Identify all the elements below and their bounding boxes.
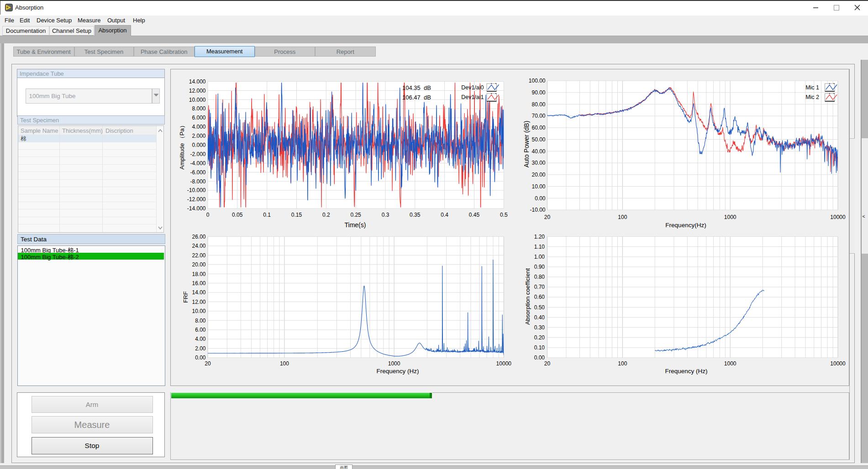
- svg-text:100: 100: [280, 360, 289, 367]
- svg-text:16.00: 16.00: [192, 280, 205, 287]
- svg-text:104.35 dB: 104.35 dB: [402, 84, 431, 91]
- svg-text:0.5: 0.5: [500, 212, 508, 218]
- svg-text:24.00: 24.00: [192, 243, 205, 249]
- svg-text:4.000: 4.000: [192, 124, 205, 130]
- svg-text:12.000: 12.000: [189, 88, 206, 94]
- svg-text:0.10: 0.10: [534, 344, 545, 351]
- svg-text:26.00: 26.00: [192, 234, 205, 240]
- svg-text:Auto Power (dB): Auto Power (dB): [523, 121, 530, 168]
- svg-text:0.70: 0.70: [534, 284, 545, 290]
- svg-text:0.3: 0.3: [382, 212, 389, 218]
- svg-text:90.00: 90.00: [531, 89, 545, 96]
- svg-text:10.000: 10.000: [189, 97, 206, 103]
- svg-text:10000: 10000: [830, 360, 846, 367]
- svg-text:Mic 1: Mic 1: [805, 84, 819, 91]
- svg-text:-10.00: -10.00: [530, 207, 545, 213]
- svg-text:6.00: 6.00: [195, 327, 206, 333]
- svg-text:0.40: 0.40: [534, 314, 545, 321]
- svg-text:Frequency (Hz): Frequency (Hz): [376, 368, 419, 375]
- svg-text:-8.000: -8.000: [190, 178, 205, 185]
- svg-text:-14.000: -14.000: [187, 205, 206, 212]
- svg-text:2.00: 2.00: [195, 345, 206, 352]
- svg-text:1.00: 1.00: [534, 254, 545, 260]
- svg-text:100: 100: [618, 360, 627, 367]
- svg-text:0.000: 0.000: [192, 142, 205, 148]
- svg-text:0.25: 0.25: [350, 212, 361, 218]
- svg-text:0.00: 0.00: [195, 354, 206, 361]
- svg-text:60.00: 60.00: [531, 125, 545, 131]
- svg-text:0.45: 0.45: [469, 212, 480, 218]
- svg-text:0.35: 0.35: [410, 212, 421, 218]
- svg-text:Frequency (Hz): Frequency (Hz): [665, 368, 707, 375]
- svg-text:20: 20: [544, 360, 551, 367]
- svg-text:20: 20: [544, 214, 551, 220]
- svg-text:0: 0: [206, 212, 210, 218]
- svg-text:Amplitude （Pa）: Amplitude （Pa）: [179, 122, 185, 169]
- svg-text:1.20: 1.20: [534, 234, 545, 240]
- svg-text:10000: 10000: [830, 214, 846, 220]
- svg-text:0.20: 0.20: [534, 334, 545, 341]
- svg-text:0.50: 0.50: [534, 304, 545, 311]
- svg-text:0.1: 0.1: [263, 212, 271, 218]
- svg-text:10.00: 10.00: [531, 183, 545, 190]
- svg-text:-12.000: -12.000: [187, 196, 206, 203]
- svg-text:1000: 1000: [724, 360, 736, 367]
- svg-text:-4.000: -4.000: [190, 160, 205, 167]
- svg-text:0.00: 0.00: [535, 195, 546, 202]
- svg-text:1.10: 1.10: [534, 244, 545, 250]
- svg-text:0.4: 0.4: [441, 212, 448, 218]
- svg-text:20.00: 20.00: [192, 261, 205, 268]
- svg-text:10.00: 10.00: [192, 308, 205, 314]
- svg-text:0.90: 0.90: [534, 264, 545, 270]
- svg-text:-10.000: -10.000: [187, 187, 206, 193]
- svg-text:106.47 dB: 106.47 dB: [402, 94, 431, 101]
- svg-text:18.00: 18.00: [192, 271, 205, 277]
- svg-text:12.00: 12.00: [192, 299, 205, 305]
- svg-text:Dev1/ai0: Dev1/ai0: [461, 84, 484, 91]
- svg-text:Dev1/ai1: Dev1/ai1: [461, 94, 484, 100]
- svg-text:0.15: 0.15: [291, 212, 302, 218]
- svg-text:100.00: 100.00: [529, 78, 546, 84]
- svg-text:80.00: 80.00: [531, 101, 545, 108]
- svg-text:-2.000: -2.000: [190, 151, 205, 157]
- svg-text:40.00: 40.00: [531, 148, 545, 155]
- svg-text:14.00: 14.00: [192, 289, 205, 296]
- svg-text:10000: 10000: [496, 360, 512, 367]
- svg-text:50.00: 50.00: [531, 136, 545, 143]
- svg-text:100: 100: [618, 214, 627, 220]
- svg-text:8.000: 8.000: [192, 105, 205, 112]
- svg-text:70.00: 70.00: [531, 113, 545, 119]
- svg-text:0.2: 0.2: [322, 212, 330, 218]
- svg-text:20: 20: [205, 360, 211, 367]
- svg-text:2.000: 2.000: [192, 133, 205, 139]
- svg-text:Time(s): Time(s): [345, 221, 366, 229]
- svg-text:0.05: 0.05: [232, 212, 243, 218]
- svg-text:0.60: 0.60: [534, 294, 545, 300]
- svg-text:-6.000: -6.000: [190, 169, 205, 176]
- svg-text:14.000: 14.000: [189, 78, 206, 85]
- svg-text:FRF: FRF: [182, 291, 189, 302]
- svg-text:6.000: 6.000: [192, 115, 205, 121]
- svg-text:22.00: 22.00: [192, 252, 205, 259]
- svg-text:Absorption coefficient: Absorption coefficient: [524, 268, 531, 325]
- svg-text:0.80: 0.80: [534, 274, 545, 280]
- svg-text:20.00: 20.00: [531, 172, 545, 178]
- svg-text:30.00: 30.00: [531, 160, 545, 166]
- svg-text:0.30: 0.30: [534, 324, 545, 331]
- svg-text:0.00: 0.00: [534, 354, 545, 361]
- svg-text:8.00: 8.00: [195, 318, 206, 324]
- svg-text:4.00: 4.00: [195, 336, 206, 342]
- svg-text:1000: 1000: [724, 214, 736, 220]
- svg-text:1000: 1000: [388, 360, 400, 367]
- svg-text:Frequency(Hz): Frequency(Hz): [665, 222, 706, 229]
- svg-text:Mic 2: Mic 2: [805, 94, 819, 100]
